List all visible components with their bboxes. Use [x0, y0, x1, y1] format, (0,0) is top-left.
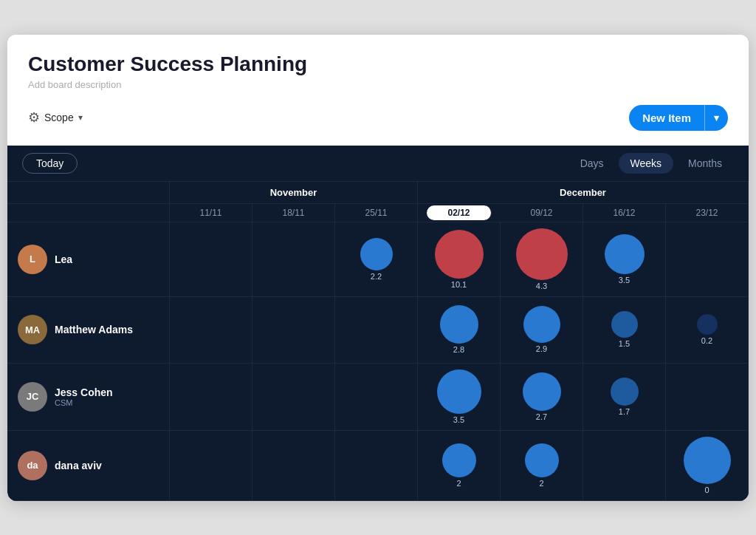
week-2511: 25/11	[335, 204, 418, 222]
bubble-wrap: 2	[442, 443, 476, 488]
bubble-wrap: 2.9	[523, 306, 560, 353]
month-november: November	[170, 182, 418, 203]
page-subtitle: Add board description	[28, 79, 728, 90]
bubble	[611, 311, 638, 338]
today-button[interactable]: Today	[22, 153, 78, 174]
data-rows-container: LLea2.210.14.33.5MAMatthew Adams2.82.91.…	[7, 222, 749, 501]
bubble-cell-r1-c3: 2.8	[418, 297, 501, 363]
bubble-cell-r0-c1	[252, 222, 335, 296]
person-name: Matthew Adams	[55, 324, 133, 335]
avatar: JC	[18, 382, 47, 412]
bubble-wrap: 0	[684, 437, 731, 494]
bubble-cell-r3-c6: 0	[666, 431, 749, 500]
view-months-button[interactable]: Months	[676, 153, 734, 174]
month-december: December	[418, 182, 749, 203]
bubble-cell-r2-c1	[252, 364, 335, 430]
new-item-arrow-icon: ▾	[705, 106, 728, 130]
bubble-cell-r1-c6: 0.2	[666, 297, 749, 363]
bubble-value: 1.5	[619, 339, 630, 348]
bubble-cell-r1-c4: 2.9	[501, 297, 583, 363]
bubble-value: 2.9	[536, 344, 547, 353]
week-0912: 09/12	[501, 204, 583, 222]
bubble	[360, 238, 393, 270]
bubble	[605, 234, 645, 274]
view-days-button[interactable]: Days	[568, 153, 616, 174]
scope-icon: ⚙	[28, 109, 40, 126]
bubble-wrap: 3.5	[605, 234, 645, 284]
avatar: MA	[18, 315, 47, 344]
gantt-topbar: Today Days Weeks Months	[7, 146, 749, 182]
bubble-wrap: 2	[525, 443, 559, 488]
bubble-cell-r0-c4: 4.3	[501, 222, 583, 296]
scope-label: Scope	[44, 112, 74, 123]
person-info: Matthew Adams	[55, 324, 133, 335]
person-info: dana aviv	[55, 460, 102, 471]
bubble-cell-r1-c1	[252, 297, 335, 363]
bubble-cell-r2-c5: 1.7	[583, 364, 666, 430]
bubble	[437, 369, 481, 414]
bubble	[440, 305, 478, 344]
person-name: Lea	[55, 253, 72, 265]
scope-button[interactable]: ⚙ Scope ▾	[28, 109, 83, 126]
bubble	[523, 372, 561, 411]
person-cell-3: dadana aviv	[7, 431, 170, 500]
bubble	[442, 443, 476, 477]
bubble-value: 10.1	[451, 280, 467, 289]
bubble	[435, 230, 484, 279]
month-header-empty	[7, 182, 170, 203]
week-1811: 18/11	[252, 204, 335, 222]
bubble-cell-r0-c2: 2.2	[335, 222, 418, 296]
table-row: MAMatthew Adams2.82.91.50.2	[7, 297, 749, 364]
bubble-wrap: 4.3	[516, 228, 568, 290]
new-item-label: New Item	[629, 105, 704, 131]
new-item-button[interactable]: New Item ▾	[629, 105, 728, 131]
week-1111: 11/11	[170, 204, 252, 222]
table-row: JCJess CohenCSM3.52.71.7	[7, 364, 749, 431]
gantt-area: Today Days Weeks Months November Decembe…	[7, 146, 749, 501]
avatar: L	[18, 245, 47, 274]
person-info: Lea	[55, 253, 72, 265]
bubble-cell-r3-c3: 2	[418, 431, 501, 500]
bubble-wrap: 2.8	[440, 305, 478, 354]
toolbar: ⚙ Scope ▾ New Item ▾	[28, 100, 728, 137]
bubble-cell-r3-c2	[335, 431, 418, 500]
bubble-wrap: 3.5	[437, 369, 481, 424]
bubble-value: 3.5	[619, 276, 630, 284]
bubble-value: 2.2	[371, 272, 382, 281]
table-row: LLea2.210.14.33.5	[7, 222, 749, 297]
bubble-cell-r3-c0	[170, 431, 252, 500]
bubble	[611, 378, 639, 406]
bubble	[525, 443, 559, 477]
bubble	[684, 437, 731, 484]
person-cell-2: JCJess CohenCSM	[7, 364, 170, 430]
bubble-cell-r3-c5	[583, 431, 666, 500]
person-name: dana aviv	[55, 460, 102, 471]
bubble-cell-r1-c5: 1.5	[583, 297, 666, 363]
bubble-value: 3.5	[453, 415, 464, 424]
week-0212-today: 02/12	[427, 205, 492, 220]
bubble-cell-r3-c4: 2	[501, 431, 583, 500]
page-title: Customer Success Planning	[28, 52, 728, 76]
bubble-cell-r3-c1	[252, 431, 335, 500]
table-row: dadana aviv220	[7, 431, 749, 501]
bubble-cell-r0-c5: 3.5	[583, 222, 666, 296]
bubble-cell-r2-c6	[666, 364, 749, 430]
bubble-cell-r0-c3: 10.1	[418, 222, 501, 296]
person-cell-1: MAMatthew Adams	[7, 297, 170, 363]
view-weeks-button[interactable]: Weeks	[619, 153, 674, 174]
month-header-row: November December	[7, 182, 749, 204]
bubble-cell-r0-c6	[666, 222, 749, 296]
bubble-cell-r2-c0	[170, 364, 252, 430]
person-cell-0: LLea	[7, 222, 170, 296]
bubble-wrap: 1.7	[611, 378, 639, 416]
bubble-wrap: 1.5	[611, 311, 638, 348]
bubble-cell-r0-c0	[170, 222, 252, 296]
bubble-value: 1.7	[619, 407, 630, 416]
bubble	[697, 314, 718, 335]
bubble-cell-r1-c0	[170, 297, 252, 363]
avatar: da	[18, 451, 47, 480]
bubble-value: 4.3	[536, 282, 547, 290]
bubble-cell-r2-c2	[335, 364, 418, 430]
week-header-row: 11/11 18/11 25/11 02/12 09/12 16/12 23/1…	[7, 204, 749, 222]
app-container: Customer Success Planning Add board desc…	[7, 35, 749, 501]
